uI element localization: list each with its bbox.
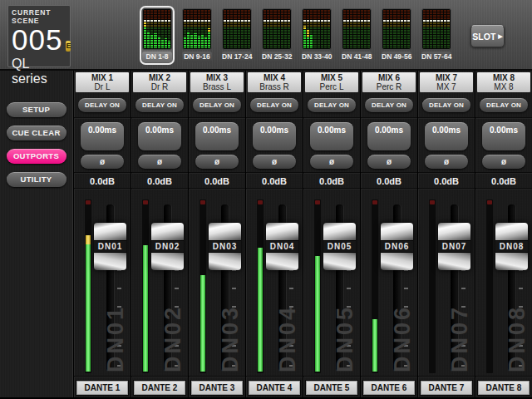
peak-indicator xyxy=(258,200,263,204)
meter-column xyxy=(310,10,313,48)
channel-header[interactable]: MIX 3 Brass L xyxy=(190,72,244,92)
delay-on-button[interactable]: DELAY ON xyxy=(193,98,241,112)
delay-on-button[interactable]: DELAY ON xyxy=(365,98,413,112)
fader-knob-label: DN03 xyxy=(209,240,241,253)
fader-knob-top xyxy=(495,223,528,240)
channel-header[interactable]: MIX 7 MX 7 xyxy=(420,72,473,92)
phase-button[interactable]: ø xyxy=(425,155,468,169)
delay-time-button[interactable]: 0.00ms xyxy=(138,122,181,150)
phase-button[interactable]: ø xyxy=(195,155,239,169)
delay-time-value: 0.00ms xyxy=(490,126,518,135)
meter-bank-display xyxy=(262,8,292,50)
channel-header[interactable]: MIX 5 Perc L xyxy=(305,72,358,92)
channel-bus-label: MIX 7 xyxy=(420,73,473,82)
fader-knob-label: DN07 xyxy=(438,240,470,253)
meter-columns xyxy=(423,10,450,48)
channel-header[interactable]: MIX 2 Dr R xyxy=(133,72,186,92)
channel-header[interactable]: MIX 4 Brass R xyxy=(248,72,301,92)
delay-on-button[interactable]: DELAY ON xyxy=(480,98,528,112)
sidebar-button-outports[interactable]: OUTPORTS xyxy=(7,149,66,164)
delay-time-section: 0.00ms ø xyxy=(418,119,475,172)
phase-button[interactable]: ø xyxy=(81,155,124,169)
meter-bank[interactable]: DN 49-56 xyxy=(379,6,414,65)
sidebar-button-cue-clear[interactable]: CUE CLEAR xyxy=(7,126,66,140)
scene-panel[interactable]: CURRENT SCENE 005 E QL series xyxy=(7,5,71,67)
channel-strip: MIX 8 MX 8 DELAY ON 0.00ms ø 0.0dB xyxy=(475,71,532,397)
phase-button[interactable]: ø xyxy=(253,155,296,169)
fader-knob[interactable]: DN05 xyxy=(323,223,356,270)
meter-column xyxy=(208,10,210,48)
meter-bank[interactable]: DN 1-8 xyxy=(140,6,175,65)
sidebar-button-utility[interactable]: UTILITY xyxy=(7,172,66,187)
meter-column xyxy=(248,10,250,48)
meter-columns xyxy=(184,10,210,48)
phase-button[interactable]: ø xyxy=(482,155,525,169)
delay-time-button[interactable]: 0.00ms xyxy=(253,122,296,150)
fader-zone: DN04 DN04 xyxy=(246,190,303,376)
fader-knob[interactable]: DN02 xyxy=(151,223,184,270)
sidebar-button-setup[interactable]: SETUP xyxy=(7,102,66,117)
delay-time-button[interactable]: 0.00ms xyxy=(425,122,468,150)
meter-fill-yellow xyxy=(86,235,91,244)
channel-name-label: Brass R xyxy=(248,82,301,91)
meter-columns xyxy=(303,10,330,48)
meter-column xyxy=(426,10,429,48)
channel-header[interactable]: MIX 1 Dr L xyxy=(76,72,129,92)
meter-column xyxy=(281,10,283,48)
peak-indicator xyxy=(86,200,91,204)
meter-column xyxy=(224,10,226,48)
fader-knob[interactable]: DN07 xyxy=(438,223,470,270)
delay-on-button[interactable]: DELAY ON xyxy=(422,98,470,112)
channel-name-label: Dr R xyxy=(133,82,186,91)
fader-gain-value: 0.0dB xyxy=(361,174,417,188)
fader-knob-label: DN06 xyxy=(381,240,413,253)
delay-on-button[interactable]: DELAY ON xyxy=(308,98,356,112)
meter-columns xyxy=(383,10,410,48)
meter-bank[interactable]: DN 33-40 xyxy=(299,6,334,65)
delay-time-section: 0.00ms ø xyxy=(189,119,245,172)
port-name-label: DANTE 3 xyxy=(191,381,243,395)
channel-header[interactable]: MIX 8 MX 8 xyxy=(477,72,530,92)
phase-button[interactable]: ø xyxy=(310,155,353,169)
delay-on-button[interactable]: DELAY ON xyxy=(78,98,126,112)
delay-time-button[interactable]: 0.00ms xyxy=(310,122,353,150)
meter-bank[interactable]: DN 41-48 xyxy=(339,6,374,65)
level-meter xyxy=(200,200,206,373)
delay-time-button[interactable]: 0.00ms xyxy=(195,122,239,150)
channel-header[interactable]: MIX 6 Perc R xyxy=(362,72,416,92)
meter-bank[interactable]: DN 9-16 xyxy=(180,6,214,65)
delay-on-button[interactable]: DELAY ON xyxy=(250,98,298,112)
slot-button[interactable]: SLOT ▶ xyxy=(470,25,505,47)
channel-watermark: DN03 xyxy=(218,305,244,372)
fader-knob[interactable]: DN06 xyxy=(381,223,413,270)
meter-column xyxy=(383,10,386,48)
delay-time-button[interactable]: 0.00ms xyxy=(482,122,525,150)
meter-bank[interactable]: DN 57-64 xyxy=(419,6,454,65)
meter-column xyxy=(154,10,156,48)
phase-button[interactable]: ø xyxy=(367,155,411,169)
peak-indicator xyxy=(372,200,377,204)
meter-bank[interactable]: DN 25-32 xyxy=(259,6,294,65)
delay-time-button[interactable]: 0.00ms xyxy=(367,122,411,150)
delay-time-button[interactable]: 0.00ms xyxy=(81,122,124,150)
meter-bank[interactable]: DN 17-24 xyxy=(219,6,254,65)
meter-column xyxy=(288,10,290,48)
meter-column xyxy=(204,10,207,48)
meter-columns xyxy=(144,10,170,48)
channel-strip: MIX 7 MX 7 DELAY ON 0.00ms ø 0.0dB xyxy=(417,71,475,397)
fader-knob[interactable]: DN03 xyxy=(209,223,241,270)
peak-indicator xyxy=(143,200,148,204)
meter-column xyxy=(273,10,276,48)
fader-knob[interactable]: DN01 xyxy=(94,223,126,270)
meter-column xyxy=(230,10,233,48)
channel-strip: MIX 4 Brass R DELAY ON 0.00ms ø 0.0dB xyxy=(245,71,303,397)
fader-knob-label: DN04 xyxy=(266,240,298,253)
fader-knob[interactable]: DN08 xyxy=(495,223,528,270)
port-name-label: DANTE 6 xyxy=(363,381,415,395)
phase-button[interactable]: ø xyxy=(138,155,181,169)
delay-on-button[interactable]: DELAY ON xyxy=(135,98,184,112)
port-name-label: DANTE 8 xyxy=(478,381,530,395)
channel-bus-label: MIX 6 xyxy=(362,73,416,82)
meter-column xyxy=(347,10,349,48)
fader-knob[interactable]: DN04 xyxy=(266,223,298,270)
